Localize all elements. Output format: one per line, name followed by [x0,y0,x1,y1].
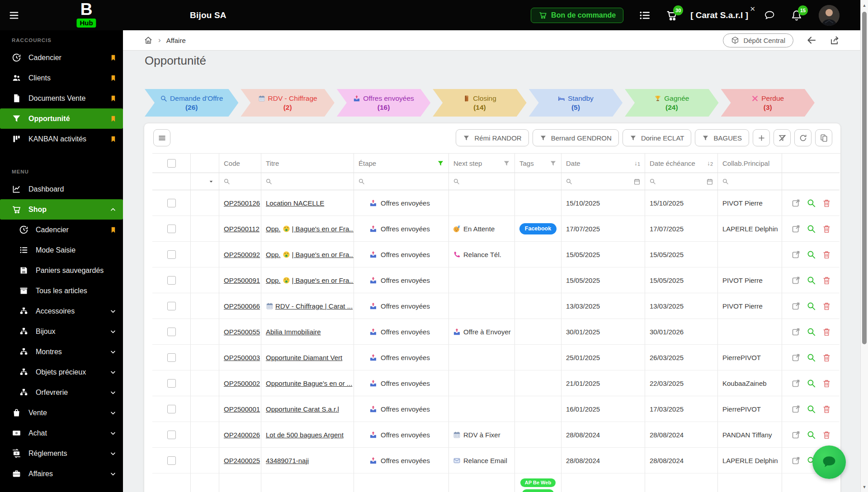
grid-menu-button[interactable] [153,129,170,146]
open-external-icon[interactable] [791,301,801,311]
menu-hamburger-icon[interactable] [8,10,20,20]
code-link[interactable]: OP2500091 [224,276,260,284]
delete-icon[interactable] [822,404,831,414]
delete-icon[interactable] [822,224,831,234]
open-external-icon[interactable] [791,430,801,440]
header-titre[interactable]: Titre [261,154,354,173]
pipeline-stage-demande-d-offre[interactable]: Demande d'Offre(26) [145,89,238,117]
titre-link[interactable]: Opportunite Carat S.a.r.l [266,405,339,413]
sidebar-item-cadencier[interactable]: Cadencier [0,47,123,68]
view-details-icon[interactable] [807,353,816,362]
code-link[interactable]: OP2500003 [224,354,260,361]
clear-filters-button[interactable] [774,129,791,146]
delete-icon[interactable] [822,430,831,440]
open-external-icon[interactable] [791,353,801,362]
scrollbar-thumb[interactable] [862,12,867,344]
home-icon[interactable] [144,36,153,45]
header-tags[interactable]: Tags [515,154,561,173]
filter-caret[interactable] [191,173,219,190]
filter-code[interactable] [219,173,261,190]
header-date[interactable]: Date↓1 [561,154,645,173]
filter-date-echeance[interactable] [645,173,718,190]
sidebar-item-kanban-activites[interactable]: KANBAN activités [0,129,123,149]
row-checkbox[interactable] [167,353,176,362]
sidebar-item-accessoires[interactable]: Accessoires [0,301,123,321]
code-link[interactable]: OP2500001 [224,405,260,413]
row-checkbox[interactable] [167,379,176,388]
notifications-bell-icon[interactable]: 15 [791,9,802,21]
open-external-icon[interactable] [791,456,801,465]
sidebar-item-cadencier[interactable]: Cadencier [0,220,123,240]
back-arrow-icon[interactable] [806,35,817,46]
filter-titre[interactable] [261,173,354,190]
sidebar-item-clients[interactable]: Clients [0,68,123,88]
row-checkbox[interactable] [167,302,176,310]
open-external-icon[interactable] [791,250,801,259]
delete-icon[interactable] [822,301,831,311]
sidebar-item-vente[interactable]: Vente [0,403,123,423]
delete-icon[interactable] [822,250,831,259]
view-details-icon[interactable] [807,250,816,259]
code-link[interactable]: OP2500002 [224,380,260,387]
delete-icon[interactable] [822,198,831,208]
sidebar-item-mode-saisie[interactable]: Mode Saisie [0,240,123,260]
row-checkbox[interactable] [167,328,176,336]
app-logo[interactable]: B Hub [73,0,99,30]
column-chooser-button[interactable] [815,129,832,146]
header-next-step[interactable]: Next step [449,154,515,173]
filter-collab-principal[interactable] [718,173,782,190]
scroll-up-icon[interactable]: ▲ [861,3,868,8]
titre-link[interactable]: 43489071-naji [266,457,309,464]
header-collab-principal[interactable]: Collab.Principal [718,154,782,173]
code-link[interactable]: OP2500066 [224,302,260,310]
filter-chip-dorine-eclat[interactable]: Dorine ECLAT [623,129,692,146]
tag-pill-tag[interactable] [522,489,554,492]
user-avatar[interactable] [819,5,840,26]
sidebar-item-tous-les-articles[interactable]: Tous les articles [0,281,123,301]
breadcrumb[interactable]: Affaire [166,37,186,44]
code-link[interactable]: OP2500112 [224,225,259,233]
titre-link[interactable]: Abilia Immobiliaire [266,328,321,336]
add-filter-button[interactable] [753,129,770,146]
share-icon[interactable] [830,35,840,46]
sidebar-item-reglements[interactable]: Réglements [0,443,123,464]
open-external-icon[interactable] [791,379,801,388]
delete-icon[interactable] [822,379,831,388]
open-external-icon[interactable] [791,404,801,414]
chat-icon[interactable] [764,9,775,21]
filter-chip-bernard-gendron[interactable]: Bernard GENDRON [533,129,619,146]
order-button[interactable]: Bon de commande [531,8,623,23]
titre-link[interactable]: RDV - Chiffrage | Carat ... [266,302,353,310]
pipeline-stage-rdv-chiffrage[interactable]: RDV - Chiffrage(2) [241,89,334,117]
filter-date[interactable] [561,173,645,190]
sidebar-item-bijoux[interactable]: Bijoux [0,321,123,342]
row-checkbox[interactable] [167,431,176,439]
delete-icon[interactable] [822,276,831,285]
titre-link[interactable]: Opp. | Bague's en or Fra... [266,276,354,284]
code-link[interactable]: OP2400025 [224,457,260,464]
filter-next-step[interactable] [449,173,515,190]
tag-pill-facebook[interactable]: Facebook [519,223,557,234]
code-link[interactable]: OP2500055 [224,328,260,336]
filter-etape[interactable] [354,173,449,190]
open-external-icon[interactable] [791,327,801,337]
code-link[interactable]: OP2400026 [224,431,260,439]
view-details-icon[interactable] [807,379,816,388]
row-checkbox[interactable] [167,405,176,413]
select-all-checkbox[interactable] [167,159,176,168]
view-details-icon[interactable] [807,276,816,285]
titre-link[interactable]: Opportunite Bague's en or ... [266,380,352,387]
row-checkbox[interactable] [167,250,176,259]
sidebar-item-affaires[interactable]: Affaires [0,464,123,484]
code-link[interactable]: OP2500092 [224,251,260,258]
pipeline-stage-gagnee[interactable]: Gagnée(24) [625,89,718,117]
open-external-icon[interactable] [791,276,801,285]
page-scrollbar[interactable]: ▲ ▼ [860,0,868,492]
sidebar-item-paniers-sauvegardes[interactable]: Paniers sauvegardés [0,260,123,281]
sidebar-item-opportunite[interactable]: Opportunité [0,108,123,129]
refresh-button[interactable] [794,129,811,146]
depot-central-button[interactable]: Dépôt Central [723,33,793,47]
titre-link[interactable]: Opp. | Bague's en or Fra... [266,251,354,258]
titre-link[interactable]: Location NACELLE [266,199,324,207]
filter-chip-remi-randor[interactable]: Rémi RANDOR [456,129,528,146]
